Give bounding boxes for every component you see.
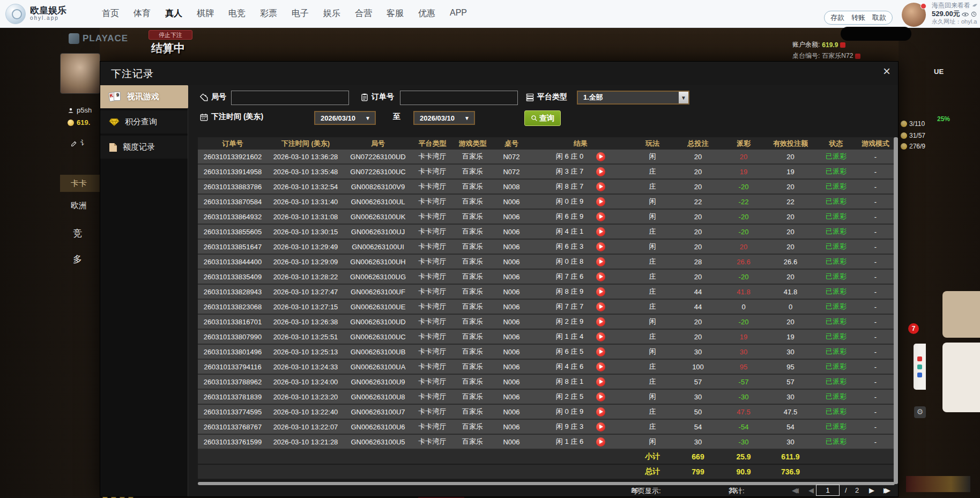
cell: 2026-03-10 13:26:38 <box>268 318 344 326</box>
first-page-button[interactable]: ◀◀ <box>792 486 799 494</box>
play-video-button[interactable] <box>596 392 605 402</box>
play-video-button[interactable] <box>596 257 605 266</box>
play-video-button[interactable] <box>596 332 605 341</box>
wallet-button[interactable]: 转账 <box>851 13 865 23</box>
play-video-button[interactable] <box>596 272 605 281</box>
horizontal-scrollbar[interactable] <box>198 482 895 485</box>
date-from-select[interactable]: 2026/03/10 ▼ <box>314 111 376 125</box>
cell: 卡卡湾厅 <box>412 152 452 161</box>
sidebar-item-video-games[interactable]: K9 视讯游戏 <box>100 85 188 108</box>
top-navbar: 欧皇娱乐 ohyl.app 首页体育真人棋牌电竞彩票电子娱乐合营客服优惠APP … <box>0 0 980 28</box>
round-number-input[interactable] <box>231 91 349 105</box>
cell: 已派彩 <box>816 377 856 386</box>
play-video-button[interactable] <box>596 212 605 221</box>
cell: 庄 <box>631 362 674 371</box>
table-row: 2603101338649322026-03-10 13:31:08GN0062… <box>198 210 895 225</box>
eye-icon[interactable] <box>962 12 969 17</box>
side-panel-tab[interactable] <box>914 344 926 390</box>
cell: - <box>856 243 895 251</box>
nav-item[interactable]: 电子 <box>292 8 309 19</box>
cell: - <box>856 228 895 236</box>
nav-item[interactable]: 首页 <box>102 8 119 19</box>
cell: 百家乐 <box>452 152 493 161</box>
sidebar-menu-duo[interactable]: 多 <box>73 253 82 265</box>
play-video-button[interactable] <box>596 347 605 356</box>
wallet-button[interactable]: 存款 <box>830 13 844 23</box>
play-video-button[interactable] <box>596 317 605 326</box>
play-video-button[interactable] <box>596 242 605 251</box>
order-number-input[interactable] <box>400 91 518 105</box>
nav-item[interactable]: 电竞 <box>228 8 246 19</box>
wallet-actions: 存款转账取款 <box>824 11 893 25</box>
table-row: 2603101338079902026-03-10 13:25:51GN0062… <box>198 330 895 345</box>
play-video-button[interactable] <box>596 152 605 161</box>
modal-content: 局号 订单号 平台类型 1.全部 ▼ 下注时间 (美东) 2026 <box>188 85 898 496</box>
page-number-input[interactable] <box>816 485 840 496</box>
notification-dot <box>920 3 926 9</box>
play-video-button[interactable] <box>596 167 605 176</box>
nav-item[interactable]: 真人 <box>165 8 182 19</box>
search-button[interactable]: 查询 <box>524 110 561 126</box>
to-label: 至 <box>393 112 400 122</box>
column-header: 订单号 <box>198 139 268 148</box>
play-video-button[interactable] <box>596 422 605 432</box>
nav-item[interactable]: 棋牌 <box>197 8 214 19</box>
site-logo[interactable]: 欧皇娱乐 ohyl.app <box>5 4 66 24</box>
play-video-button[interactable] <box>596 377 605 386</box>
play-video-button[interactable] <box>596 437 605 447</box>
sidebar-menu-europe[interactable]: 欧洲 <box>71 200 87 211</box>
cell: 已派彩 <box>816 407 856 417</box>
nav-item[interactable]: 娱乐 <box>323 8 340 19</box>
cell: 2026-03-10 13:22:07 <box>268 423 344 431</box>
play-video-button[interactable] <box>596 197 605 206</box>
next-page-button[interactable]: ▶ <box>869 486 874 494</box>
play-video-button[interactable] <box>596 302 605 311</box>
nav-item[interactable]: 优惠 <box>418 8 435 19</box>
cell: 庄 <box>631 272 674 281</box>
cell: GN006263100UI <box>344 243 412 251</box>
vertical-scrollbar[interactable] <box>894 137 898 484</box>
cell: GN072263100UD <box>344 153 412 161</box>
nav-item[interactable]: 合营 <box>355 8 372 19</box>
nav-item[interactable]: 彩票 <box>260 8 277 19</box>
nav-item[interactable]: 客服 <box>387 8 404 19</box>
last-page-button[interactable]: ▶▶ <box>884 486 890 494</box>
play-video-button[interactable] <box>596 182 605 191</box>
page-total: 2 <box>855 486 859 494</box>
cut-text-ue: UE <box>934 68 944 76</box>
date-to-value: 2026/03/10 <box>414 114 464 122</box>
play-video-button[interactable] <box>596 287 605 296</box>
platform-type-select[interactable]: 1.全部 ▼ <box>577 91 689 105</box>
sidebar-item-points-query[interactable]: 积分查询 <box>100 110 188 133</box>
cell: 已派彩 <box>816 302 856 311</box>
nav-item[interactable]: APP <box>450 8 467 19</box>
gear-icon[interactable]: ⚙ <box>914 406 926 418</box>
cell: 百家乐 <box>452 437 493 447</box>
column-header: 派彩 <box>722 139 765 148</box>
cell: 百家乐 <box>452 287 493 296</box>
table-row: 2603101338837862026-03-10 13:32:54GN0082… <box>198 180 895 195</box>
close-icon[interactable]: × <box>883 65 890 78</box>
date-to-select[interactable]: 2026/03/10 ▼ <box>413 111 475 125</box>
cell: 百家乐 <box>452 257 493 266</box>
cell: 庄 <box>631 377 674 386</box>
previous-page-button[interactable]: ◀ <box>808 486 814 494</box>
account-balance-row: 账户余额: 619.9 <box>792 40 845 49</box>
play-video-button[interactable] <box>596 407 605 417</box>
cell: 卡卡湾厅 <box>412 302 452 311</box>
sidebar-item-quota-records[interactable]: 额度记录 <box>100 136 188 159</box>
refresh-clock-icon[interactable] <box>971 11 977 17</box>
sidebar-menu-jing[interactable]: 竞 <box>73 227 82 240</box>
cell: N008 <box>493 183 530 191</box>
play-video-button[interactable] <box>596 227 605 236</box>
wallet-button[interactable]: 取款 <box>872 13 886 23</box>
cell: 卡卡湾厅 <box>412 167 452 176</box>
cell: 20 <box>674 318 722 326</box>
stat-line: 276/9 <box>901 143 925 150</box>
sidebar-menu-kaka[interactable]: 卡卡 <box>60 175 100 192</box>
cell: 0 <box>722 303 765 311</box>
cell: 百家乐 <box>452 272 493 281</box>
cell: 百家乐 <box>452 197 493 206</box>
nav-item[interactable]: 体育 <box>133 8 151 19</box>
play-video-button[interactable] <box>596 362 605 371</box>
